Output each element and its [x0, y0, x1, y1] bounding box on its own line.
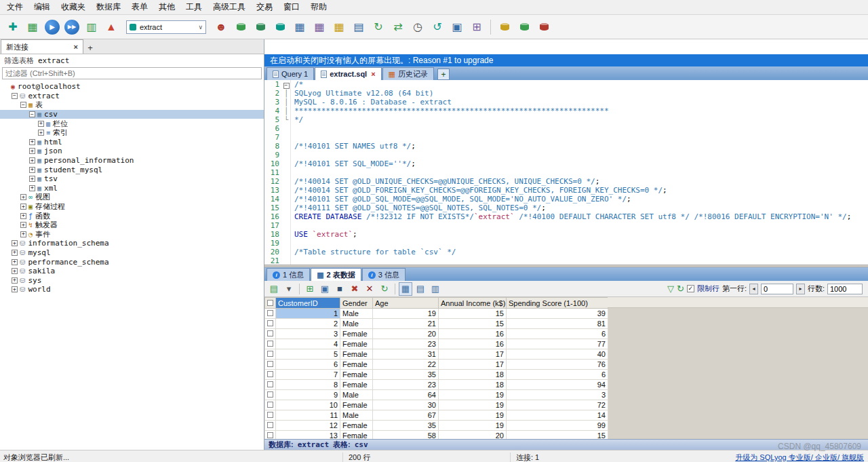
save-changes-icon[interactable]: ■ [333, 282, 347, 296]
copy-table-icon[interactable]: ▣ [448, 18, 466, 36]
select-all-checkbox[interactable] [267, 300, 273, 306]
tree-item-columns[interactable]: +▥栏位 [0, 119, 264, 128]
tree-item-csv[interactable]: −▦csv [0, 110, 264, 119]
cell-age[interactable]: 64 [373, 390, 439, 400]
expand-icon[interactable]: + [12, 259, 18, 265]
row-select-cell[interactable] [265, 421, 276, 431]
expand-icon[interactable]: + [20, 194, 26, 200]
expand-icon[interactable]: + [20, 213, 26, 219]
cell-age[interactable]: 21 [373, 319, 439, 329]
cell-customer-id[interactable]: 9 [276, 390, 340, 400]
cell-gender[interactable]: Female [340, 339, 373, 349]
sql-editor[interactable]: 1−/*2│SQLyog Ultimate v12.08 (64 bit)3│M… [264, 80, 868, 265]
tree-item-functions[interactable]: +ƒ函数 [0, 211, 264, 220]
cell-customer-id[interactable]: 4 [276, 339, 340, 349]
tree-item-tables-folder[interactable]: −▦表 [0, 100, 264, 110]
cell-gender[interactable]: Male [340, 309, 373, 319]
tree-item-sakila[interactable]: +⛁sakila [0, 267, 264, 276]
close-tab-icon[interactable]: × [371, 70, 375, 78]
insert-row-icon[interactable]: ⊞ [303, 282, 317, 296]
cell-gender[interactable]: Female [340, 431, 373, 440]
cell-spending-score[interactable]: 72 [507, 400, 608, 410]
cell-gender[interactable]: Female [340, 380, 373, 390]
column-header-customer-id[interactable]: CustomerID [276, 298, 340, 309]
row-checkbox[interactable] [267, 391, 273, 398]
tab-history[interactable]: ▦历史记录 [382, 67, 434, 80]
export-options-icon[interactable]: ▾ [282, 282, 296, 296]
cell-spending-score[interactable]: 94 [507, 380, 608, 390]
tree-item-student-mysql[interactable]: +▦student_mysql [0, 165, 264, 174]
job-agent-icon[interactable]: ↺ [429, 18, 446, 36]
row-select-cell[interactable] [265, 431, 276, 440]
cell-annual-income[interactable]: 19 [439, 410, 507, 421]
column-header-row-select[interactable] [265, 298, 276, 309]
cell-customer-id[interactable]: 8 [276, 380, 340, 390]
execute-query-icon[interactable]: ▶ [45, 20, 60, 35]
expand-icon[interactable]: + [29, 139, 35, 145]
tree-item-world[interactable]: +⛁world [0, 285, 264, 294]
cell-annual-income[interactable]: 19 [439, 421, 507, 431]
row-select-cell[interactable] [265, 370, 276, 380]
row-select-cell[interactable] [265, 400, 276, 410]
expand-icon[interactable]: + [12, 286, 18, 292]
cell-age[interactable]: 67 [373, 410, 439, 421]
connection-tab-close-icon[interactable]: × [74, 43, 78, 51]
import-database-icon[interactable] [252, 18, 269, 36]
expand-icon[interactable]: + [12, 277, 18, 284]
discard-changes-icon[interactable]: ✖ [348, 282, 361, 296]
column-header-gender[interactable]: Gender [340, 298, 373, 309]
tree-item-json[interactable]: +▦json [0, 147, 264, 156]
database-status-ok-icon[interactable] [515, 18, 533, 36]
execute-all-queries-icon[interactable]: ▶▶ [64, 20, 79, 35]
new-connection-icon[interactable]: ✚ [4, 18, 22, 36]
collapse-icon[interactable]: − [29, 111, 35, 117]
delete-row-icon[interactable]: ✕ [363, 282, 376, 296]
cell-gender[interactable]: Female [340, 370, 373, 380]
tree-item-sys[interactable]: +⛁sys [0, 275, 264, 285]
row-select-cell[interactable] [265, 390, 276, 400]
cell-customer-id[interactable]: 6 [276, 360, 340, 370]
expand-icon[interactable]: + [29, 157, 35, 163]
tree-item-extract[interactable]: −⛁extract [0, 92, 264, 101]
row-checkbox[interactable] [267, 371, 273, 377]
schema-designer-icon[interactable]: ⊞ [468, 18, 486, 36]
row-select-cell[interactable] [265, 329, 276, 339]
cell-annual-income[interactable]: 18 [439, 380, 507, 390]
expand-icon[interactable]: + [12, 240, 18, 246]
expand-icon[interactable]: + [29, 185, 35, 191]
row-checkbox[interactable] [267, 320, 273, 326]
cell-age[interactable]: 20 [373, 329, 439, 339]
menu-help[interactable]: 帮助 [305, 0, 332, 15]
first-row-increment-button[interactable]: ▸ [796, 284, 805, 294]
refresh-grid-icon[interactable]: ↻ [378, 282, 391, 296]
row-checkbox[interactable] [267, 351, 273, 357]
row-select-cell[interactable] [265, 360, 276, 370]
row-select-cell[interactable] [265, 309, 276, 319]
cell-customer-id[interactable]: 2 [276, 319, 340, 329]
cell-age[interactable]: 19 [373, 309, 439, 319]
row-count-input[interactable] [827, 284, 863, 294]
cell-age[interactable]: 30 [373, 400, 439, 410]
collapse-icon[interactable]: − [20, 102, 26, 108]
export-resultset-icon[interactable]: ▤ [267, 282, 281, 296]
first-row-input[interactable] [761, 284, 793, 294]
cell-gender[interactable]: Male [340, 390, 373, 400]
menu-powertools[interactable]: 高级工具 [208, 0, 251, 15]
cell-gender[interactable]: Female [340, 400, 373, 410]
fold-collapse-icon[interactable]: − [283, 83, 290, 89]
copy-row-icon[interactable]: ▣ [318, 282, 332, 296]
row-checkbox[interactable] [267, 422, 273, 428]
tree-item-events[interactable]: +◔事件 [0, 230, 264, 239]
expand-icon[interactable]: + [20, 222, 26, 228]
tab-extract-sql[interactable]: extract.sql× [315, 67, 381, 80]
cell-customer-id[interactable]: 13 [276, 431, 340, 440]
row-select-cell[interactable] [265, 410, 276, 421]
cell-age[interactable]: 23 [373, 380, 439, 390]
connection-tab[interactable]: 新连接 × [1, 39, 83, 54]
collapse-icon[interactable]: − [12, 93, 18, 99]
cell-spending-score[interactable]: 77 [507, 339, 608, 349]
alter-table-icon[interactable]: ▦ [330, 18, 348, 36]
cell-annual-income[interactable]: 18 [439, 370, 507, 380]
cell-spending-score[interactable]: 6 [507, 370, 608, 380]
row-checkbox[interactable] [267, 330, 273, 336]
